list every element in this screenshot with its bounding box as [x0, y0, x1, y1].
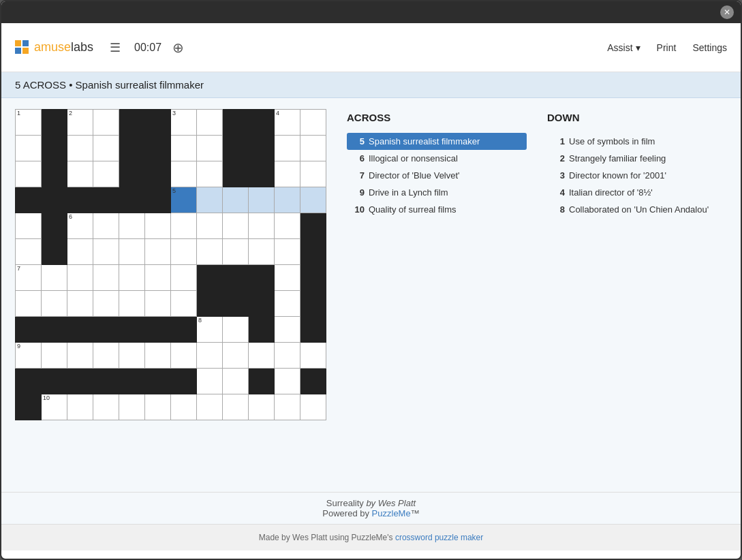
cell-r8c7[interactable]: [171, 291, 197, 317]
cell-r7c3[interactable]: [67, 265, 93, 291]
cell-r12c10[interactable]: [249, 394, 275, 420]
close-button[interactable]: ✕: [720, 5, 734, 19]
puzzle-area[interactable]: 1 2 3 4: [15, 109, 326, 481]
cell-r10c11[interactable]: [275, 343, 300, 369]
avatar-icon[interactable]: ⊕: [172, 40, 184, 56]
clue-down-3[interactable]: 3 Director known for '2001': [547, 167, 727, 184]
cell-r4c9-word[interactable]: [223, 187, 249, 213]
cell-r3c11[interactable]: [275, 161, 300, 187]
cell-r4c8-word[interactable]: [197, 187, 223, 213]
puzzleme-link[interactable]: PuzzleMe: [372, 508, 411, 518]
cell-r7c4[interactable]: [93, 265, 119, 291]
cell-r12c2[interactable]: 10: [42, 394, 67, 420]
cell-r3c7[interactable]: [171, 161, 197, 187]
cell-r10c3[interactable]: [67, 343, 93, 369]
clue-across-7[interactable]: 7 Director of 'Blue Velvet': [347, 167, 527, 184]
cell-r9c9[interactable]: [223, 317, 249, 343]
cell-r12c9[interactable]: [223, 394, 249, 420]
cell-r2c1[interactable]: [16, 136, 42, 161]
cell-r2c4[interactable]: [93, 136, 119, 161]
cell-r8c4[interactable]: [93, 291, 119, 317]
cell-r8c6[interactable]: [145, 291, 171, 317]
clue-down-1[interactable]: 1 Use of symbols in film: [547, 133, 727, 150]
cell-r2c12[interactable]: [300, 136, 326, 161]
clue-down-4[interactable]: 4 Italian director of '8½': [547, 184, 727, 201]
cell-r10c7[interactable]: [171, 343, 197, 369]
cell-r8c1[interactable]: [16, 291, 42, 317]
cell-r10c9[interactable]: [223, 343, 249, 369]
cell-r1c8[interactable]: [197, 110, 223, 136]
cell-r1c7[interactable]: 3: [171, 110, 197, 136]
print-button[interactable]: Print: [657, 42, 677, 53]
cell-r8c2[interactable]: [42, 291, 67, 317]
cell-r5c7[interactable]: [171, 213, 197, 239]
cell-r6c8[interactable]: [197, 239, 223, 265]
clue-across-5[interactable]: 5 Spanish surrealist filmmaker: [347, 133, 527, 150]
cell-r10c5[interactable]: [119, 343, 145, 369]
cell-r3c1[interactable]: [16, 161, 42, 187]
cell-r10c1[interactable]: 9: [16, 343, 42, 369]
cell-r2c3[interactable]: [67, 136, 93, 161]
cell-r12c4[interactable]: [93, 394, 119, 420]
cell-r3c8[interactable]: [197, 161, 223, 187]
settings-button[interactable]: Settings: [692, 42, 727, 53]
clue-across-6[interactable]: 6 Illogical or nonsensical: [347, 150, 527, 167]
cell-r7c1[interactable]: 7: [16, 265, 42, 291]
cell-r5c8[interactable]: [197, 213, 223, 239]
cell-r10c10[interactable]: [249, 343, 275, 369]
cell-r5c9[interactable]: [223, 213, 249, 239]
cell-r7c6[interactable]: [145, 265, 171, 291]
crossword-grid[interactable]: 1 2 3 4: [15, 109, 326, 420]
cell-r4c7-active[interactable]: 5: [171, 187, 197, 213]
cell-r12c11[interactable]: [275, 394, 300, 420]
cell-r2c11[interactable]: [275, 136, 300, 161]
cell-r1c11[interactable]: 4: [275, 110, 300, 136]
cell-r6c1[interactable]: [16, 239, 42, 265]
cell-r12c7[interactable]: [171, 394, 197, 420]
cell-r8c11[interactable]: [275, 291, 300, 317]
cell-r1c3[interactable]: 2: [67, 110, 93, 136]
cell-r10c8[interactable]: [197, 343, 223, 369]
hamburger-menu[interactable]: ☰: [110, 40, 121, 55]
cell-r10c6[interactable]: [145, 343, 171, 369]
cell-r7c7[interactable]: [171, 265, 197, 291]
cell-r11c8[interactable]: [197, 369, 223, 394]
cell-r10c2[interactable]: [42, 343, 67, 369]
crossword-maker-link[interactable]: crossword puzzle maker: [395, 533, 483, 542]
cell-r3c12[interactable]: [300, 161, 326, 187]
cell-r11c9[interactable]: [223, 369, 249, 394]
cell-r5c11[interactable]: [275, 213, 300, 239]
cell-r6c10[interactable]: [249, 239, 275, 265]
cell-r4c10-word[interactable]: [249, 187, 275, 213]
clue-across-10[interactable]: 10 Quality of surreal films: [347, 201, 527, 218]
assist-button[interactable]: Assist ▾: [607, 42, 640, 53]
cell-r6c7[interactable]: [171, 239, 197, 265]
cell-r7c11[interactable]: [275, 265, 300, 291]
clue-across-9[interactable]: 9 Drive in a Lynch film: [347, 184, 527, 201]
cell-r10c12[interactable]: [300, 343, 326, 369]
cell-r2c7[interactable]: [171, 136, 197, 161]
cell-r6c11[interactable]: [275, 239, 300, 265]
cell-r6c4[interactable]: [93, 239, 119, 265]
cell-r5c1[interactable]: [16, 213, 42, 239]
clue-down-2[interactable]: 2 Strangely familiar feeling: [547, 150, 727, 167]
cell-r1c4[interactable]: [93, 110, 119, 136]
cell-r10c4[interactable]: [93, 343, 119, 369]
cell-r8c5[interactable]: [119, 291, 145, 317]
cell-r12c12[interactable]: [300, 394, 326, 420]
cell-r7c5[interactable]: [119, 265, 145, 291]
clue-down-8[interactable]: 8 Collaborated on 'Un Chien Andalou': [547, 201, 727, 218]
cell-r11c11[interactable]: [275, 369, 300, 394]
cell-r9c8[interactable]: 8: [197, 317, 223, 343]
cell-r1c1[interactable]: 1: [16, 110, 42, 136]
cell-r6c6[interactable]: [145, 239, 171, 265]
cell-r5c10[interactable]: [249, 213, 275, 239]
cell-r5c3[interactable]: 6: [67, 213, 93, 239]
cell-r9c11[interactable]: [275, 317, 300, 343]
cell-r3c4[interactable]: [93, 161, 119, 187]
cell-r5c5[interactable]: [119, 213, 145, 239]
cell-r2c8[interactable]: [197, 136, 223, 161]
cell-r5c4[interactable]: [93, 213, 119, 239]
cell-r6c3[interactable]: [67, 239, 93, 265]
cell-r12c8[interactable]: [197, 394, 223, 420]
